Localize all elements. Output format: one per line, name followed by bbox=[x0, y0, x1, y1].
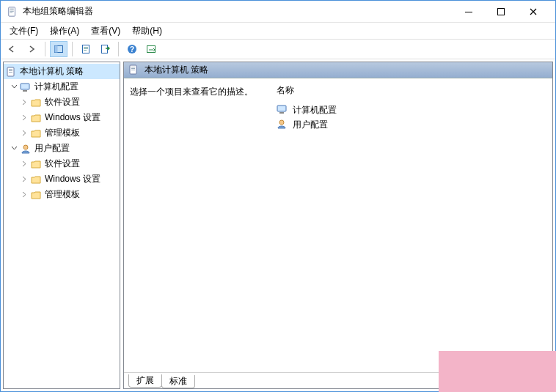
svg-rect-26 bbox=[131, 68, 135, 69]
close-button[interactable] bbox=[517, 1, 549, 22]
svg-rect-2 bbox=[10, 10, 14, 10]
svg-rect-4 bbox=[10, 12, 13, 12]
svg-rect-8 bbox=[55, 46, 58, 53]
filter-button[interactable] bbox=[142, 41, 160, 57]
user-icon bbox=[20, 143, 32, 155]
svg-rect-27 bbox=[131, 70, 135, 70]
svg-rect-11 bbox=[84, 48, 88, 49]
description-text: 选择一个项目来查看它的描述。 bbox=[130, 86, 253, 97]
list-item-label: 用户配置 bbox=[293, 119, 328, 131]
tree-computer-config[interactable]: 计算机配置 bbox=[4, 79, 120, 95]
chevron-right-icon[interactable] bbox=[20, 160, 29, 169]
tree-label: 管理模板 bbox=[45, 188, 80, 201]
svg-rect-25 bbox=[131, 67, 135, 67]
tree-root-label: 本地计算机 策略 bbox=[20, 65, 84, 78]
window-title: 本地组策略编辑器 bbox=[23, 5, 453, 18]
tree-computer-software[interactable]: 软件设置 bbox=[4, 95, 120, 110]
menu-file[interactable]: 文件(F) bbox=[4, 23, 44, 39]
tree-user-config[interactable]: 用户配置 bbox=[4, 141, 120, 156]
folder-icon bbox=[30, 112, 42, 124]
tree-user-windows[interactable]: Windows 设置 bbox=[4, 171, 120, 187]
tree-label: Windows 设置 bbox=[45, 173, 100, 185]
app-window: 本地组策略编辑器 文件(F) 操作(A) 查看(V) 帮助(H) ? bbox=[0, 0, 556, 392]
tree-label: 计算机配置 bbox=[34, 81, 78, 93]
toolbar-separator bbox=[45, 42, 45, 56]
tree: 本地计算机 策略 计算机配置 bbox=[4, 64, 120, 202]
overlay-watermark bbox=[439, 351, 556, 392]
svg-rect-18 bbox=[9, 69, 12, 70]
tree-user-admin[interactable]: 管理模板 bbox=[4, 187, 120, 202]
window-controls bbox=[453, 1, 549, 22]
svg-point-23 bbox=[23, 145, 28, 149]
content-body: 选择一个项目来查看它的描述。 名称 计算机配置 用户配置 bbox=[124, 78, 552, 372]
svg-rect-20 bbox=[9, 72, 12, 73]
svg-rect-28 bbox=[277, 106, 286, 111]
column-header-name[interactable]: 名称 bbox=[277, 83, 546, 103]
export-button[interactable] bbox=[96, 41, 114, 57]
show-tree-button[interactable] bbox=[50, 41, 67, 57]
folder-icon bbox=[30, 189, 42, 201]
svg-rect-6 bbox=[498, 8, 505, 15]
toolbar: ? bbox=[1, 39, 555, 59]
tree-user-software[interactable]: 软件设置 bbox=[4, 156, 120, 171]
tree-label: 管理模板 bbox=[45, 127, 80, 139]
chevron-right-icon[interactable] bbox=[20, 191, 29, 199]
menu-action[interactable]: 操作(A) bbox=[44, 23, 85, 39]
svg-rect-3 bbox=[10, 11, 14, 12]
tree-root[interactable]: 本地计算机 策略 bbox=[4, 64, 120, 79]
policy-icon bbox=[5, 66, 17, 78]
folder-icon bbox=[30, 127, 42, 139]
list-item-computer[interactable]: 计算机配置 bbox=[277, 103, 546, 117]
tree-pane[interactable]: 本地计算机 策略 计算机配置 bbox=[3, 62, 120, 389]
svg-rect-21 bbox=[21, 84, 29, 89]
content-header: 本地计算机 策略 bbox=[124, 62, 552, 78]
tree-label: 用户配置 bbox=[34, 142, 70, 155]
chevron-right-icon[interactable] bbox=[20, 175, 29, 184]
toolbar-separator bbox=[72, 42, 73, 56]
tree-computer-admin[interactable]: 管理模板 bbox=[4, 125, 120, 141]
svg-point-30 bbox=[279, 120, 284, 125]
minimize-button[interactable] bbox=[453, 1, 485, 22]
list-item-user[interactable]: 用户配置 bbox=[277, 117, 546, 132]
svg-text:?: ? bbox=[130, 45, 134, 53]
folder-icon bbox=[30, 158, 42, 170]
chevron-right-icon[interactable] bbox=[20, 129, 29, 138]
titlebar: 本地组策略编辑器 bbox=[1, 1, 555, 23]
chevron-down-icon[interactable] bbox=[10, 83, 18, 92]
tree-computer-windows[interactable]: Windows 设置 bbox=[4, 110, 120, 125]
policy-icon bbox=[128, 64, 140, 76]
tab-standard[interactable]: 标准 bbox=[161, 375, 195, 388]
svg-rect-22 bbox=[23, 90, 27, 92]
computer-icon bbox=[277, 104, 288, 116]
list-item-label: 计算机配置 bbox=[293, 104, 337, 117]
menu-help[interactable]: 帮助(H) bbox=[126, 23, 168, 39]
tree-label: 软件设置 bbox=[45, 96, 80, 108]
nav-forward-button[interactable] bbox=[23, 41, 40, 57]
svg-rect-1 bbox=[10, 8, 14, 9]
tab-extended[interactable]: 扩展 bbox=[128, 374, 162, 388]
description-column: 选择一个项目来查看它的描述。 bbox=[124, 78, 271, 372]
list-column: 名称 计算机配置 用户配置 bbox=[271, 78, 552, 372]
help-button[interactable]: ? bbox=[123, 41, 141, 57]
svg-rect-29 bbox=[279, 112, 284, 114]
app-icon bbox=[7, 6, 18, 18]
content-header-title: 本地计算机 策略 bbox=[145, 64, 208, 76]
menubar: 文件(F) 操作(A) 查看(V) 帮助(H) bbox=[1, 23, 555, 39]
computer-icon bbox=[20, 81, 32, 93]
folder-icon bbox=[30, 174, 42, 185]
properties-button[interactable] bbox=[77, 41, 95, 57]
menu-view[interactable]: 查看(V) bbox=[85, 23, 126, 39]
nav-back-button[interactable] bbox=[4, 41, 21, 57]
main-pane: 本地计算机 策略 选择一个项目来查看它的描述。 名称 计算机配置 用户配置 bbox=[123, 62, 553, 389]
chevron-right-icon[interactable] bbox=[20, 98, 29, 107]
toolbar-separator bbox=[118, 42, 119, 56]
chevron-down-icon[interactable] bbox=[10, 144, 18, 153]
maximize-button[interactable] bbox=[485, 1, 517, 22]
svg-rect-12 bbox=[84, 50, 87, 51]
chevron-right-icon[interactable] bbox=[20, 114, 29, 122]
tree-label: 软件设置 bbox=[45, 158, 80, 170]
svg-rect-13 bbox=[102, 45, 108, 53]
client-area: 本地计算机 策略 计算机配置 bbox=[1, 59, 555, 391]
svg-rect-5 bbox=[465, 12, 472, 12]
svg-rect-10 bbox=[84, 47, 88, 48]
